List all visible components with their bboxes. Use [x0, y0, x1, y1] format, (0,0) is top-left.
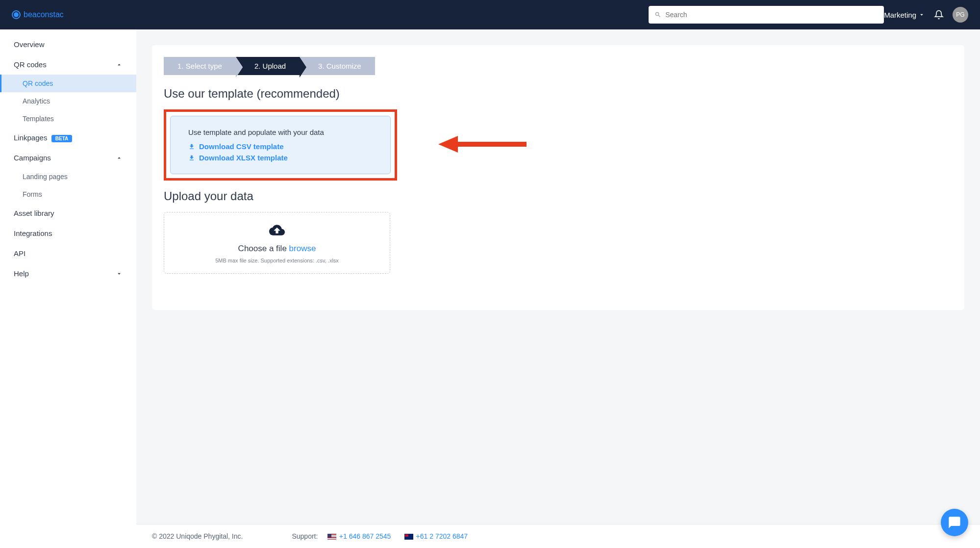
- step-upload[interactable]: 2. Upload: [236, 57, 300, 75]
- sidebar-item-label: Analytics: [23, 97, 50, 105]
- sidebar-sub-templates[interactable]: Templates: [0, 110, 136, 128]
- footer: © 2022 Uniqode Phygital, Inc. Support: +…: [136, 524, 980, 548]
- sidebar-item-help[interactable]: Help: [0, 263, 136, 284]
- sidebar-item-api[interactable]: API: [0, 243, 136, 263]
- brand-name: beaconstac: [24, 10, 64, 19]
- search-icon: [654, 11, 661, 18]
- sidebar-item-label: QR codes: [23, 79, 53, 87]
- cloud-upload-icon: [268, 222, 286, 238]
- chevron-down-icon: [918, 11, 925, 18]
- support-label: Support:: [292, 532, 318, 540]
- search-box[interactable]: [649, 6, 884, 24]
- chevron-up-icon: [116, 61, 123, 68]
- sidebar: Overview QR codes QR codes Analytics Tem…: [0, 29, 136, 548]
- stepper: 1. Select type 2. Upload 3. Customize: [164, 57, 953, 75]
- sidebar-item-assetlibrary[interactable]: Asset library: [0, 203, 136, 223]
- template-desc: Use template and populate with your data: [188, 128, 373, 136]
- step-select-type[interactable]: 1. Select type: [164, 57, 236, 75]
- sidebar-sub-analytics[interactable]: Analytics: [0, 92, 136, 110]
- sidebar-item-qrcodes[interactable]: QR codes: [0, 54, 136, 75]
- svg-marker-1: [438, 136, 458, 153]
- template-heading: Use our template (recommended): [164, 87, 953, 101]
- template-box: Use template and populate with your data…: [170, 116, 391, 174]
- sidebar-item-label: Campaigns: [14, 154, 51, 162]
- sidebar-item-label: Forms: [23, 190, 42, 198]
- sidebar-item-label: Integrations: [14, 229, 52, 237]
- beta-badge: BETA: [51, 135, 72, 142]
- chat-icon: [948, 516, 961, 529]
- annotation-arrow-icon: [431, 132, 529, 157]
- download-xlsx-link[interactable]: Download XLSX template: [188, 154, 373, 162]
- search-input[interactable]: [665, 11, 878, 19]
- org-dropdown[interactable]: Marketing: [884, 11, 925, 19]
- upload-hint: 5MB max file size. Supported extensions:…: [174, 258, 380, 263]
- footer-copyright: © 2022 Uniqode Phygital, Inc.: [152, 532, 243, 540]
- chevron-up-icon: [116, 155, 123, 161]
- sidebar-item-linkpages[interactable]: Linkpages BETA: [0, 128, 136, 148]
- flag-au-icon: [404, 534, 413, 540]
- topbar: beaconstac Marketing PG: [0, 0, 980, 29]
- upload-dropzone[interactable]: Choose a file browse 5MB max file size. …: [164, 212, 390, 274]
- sidebar-item-overview[interactable]: Overview: [0, 34, 136, 54]
- phone-au-link[interactable]: +61 2 7202 6847: [416, 532, 468, 540]
- sidebar-item-label: Asset library: [14, 209, 54, 217]
- brand-logo-icon: [12, 10, 21, 19]
- content-card: 1. Select type 2. Upload 3. Customize Us…: [152, 45, 964, 310]
- sidebar-item-label: QR codes: [14, 60, 47, 69]
- sidebar-item-campaigns[interactable]: Campaigns: [0, 148, 136, 168]
- sidebar-sub-landingpages[interactable]: Landing pages: [0, 168, 136, 185]
- choose-file-label: Choose a file: [238, 244, 289, 253]
- download-icon: [188, 143, 195, 150]
- annotation-highlight: Use template and populate with your data…: [164, 109, 397, 181]
- upload-text: Choose a file browse: [174, 244, 380, 254]
- download-csv-link[interactable]: Download CSV template: [188, 142, 373, 151]
- upload-heading: Upload your data: [164, 189, 953, 203]
- sidebar-item-integrations[interactable]: Integrations: [0, 223, 136, 243]
- org-label: Marketing: [884, 11, 916, 19]
- download-csv-label: Download CSV template: [199, 142, 284, 151]
- chevron-down-icon: [116, 270, 123, 277]
- sidebar-item-label: API: [14, 249, 25, 258]
- sidebar-item-label: Linkpages: [14, 133, 47, 142]
- sidebar-sub-forms[interactable]: Forms: [0, 185, 136, 203]
- step-label: 1. Select type: [177, 62, 222, 70]
- footer-support: Support: +1 646 867 2545 +61 2 7202 6847: [292, 532, 468, 540]
- avatar-initials: PG: [956, 11, 964, 18]
- sidebar-sub-qrcodes[interactable]: QR codes: [0, 75, 136, 92]
- step-customize[interactable]: 3. Customize: [300, 57, 375, 75]
- sidebar-item-label: Landing pages: [23, 173, 68, 181]
- avatar[interactable]: PG: [953, 7, 968, 23]
- browse-link[interactable]: browse: [289, 244, 316, 253]
- download-icon: [188, 155, 195, 161]
- download-xlsx-label: Download XLSX template: [199, 154, 288, 162]
- sidebar-item-label: Help: [14, 269, 29, 278]
- chat-widget-button[interactable]: [941, 509, 968, 536]
- flag-us-icon: [327, 534, 336, 540]
- step-label: 3. Customize: [318, 62, 361, 70]
- brand-logo[interactable]: beaconstac: [12, 10, 64, 19]
- main-content: 1. Select type 2. Upload 3. Customize Us…: [136, 29, 980, 548]
- step-label: 2. Upload: [254, 62, 286, 70]
- sidebar-item-label: Templates: [23, 115, 54, 123]
- sidebar-item-label: Overview: [14, 40, 45, 49]
- phone-us-link[interactable]: +1 646 867 2545: [339, 532, 391, 540]
- notifications-icon[interactable]: [934, 10, 944, 20]
